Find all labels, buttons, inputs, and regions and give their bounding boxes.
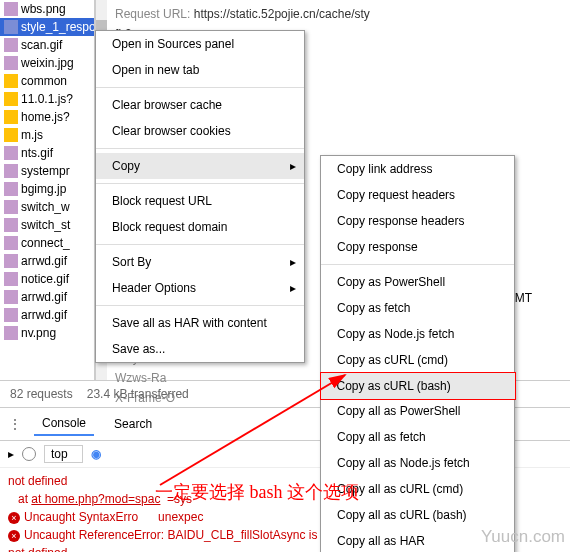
file-item[interactable]: arrwd.gif xyxy=(0,252,94,270)
annotation-text: 一定要选择 bash 这个选项 xyxy=(155,480,359,504)
file-item[interactable]: arrwd.gif xyxy=(0,306,94,324)
menu-copy-all-fetch[interactable]: Copy all as fetch xyxy=(321,424,514,450)
file-type-icon xyxy=(4,20,18,34)
file-type-icon xyxy=(4,290,18,304)
file-type-icon xyxy=(4,200,18,214)
file-item[interactable]: common xyxy=(0,72,94,90)
file-name: arrwd.gif xyxy=(21,290,67,304)
file-item[interactable]: connect_ xyxy=(0,234,94,252)
file-item[interactable]: notice.gif xyxy=(0,270,94,288)
file-item[interactable]: 11.0.1.js? xyxy=(0,90,94,108)
menu-copy-curl-cmd[interactable]: Copy as cURL (cmd) xyxy=(321,347,514,373)
file-type-icon xyxy=(4,110,18,124)
menu-separator xyxy=(96,87,304,88)
requests-count: 82 requests xyxy=(10,387,73,401)
file-type-icon xyxy=(4,236,18,250)
file-item[interactable]: wbs.png xyxy=(0,0,94,18)
menu-block-url[interactable]: Block request URL xyxy=(96,188,304,214)
file-list: wbs.pngstyle_1_responsive.css?fL2scan.gi… xyxy=(0,0,95,380)
file-name: common xyxy=(21,74,67,88)
menu-separator xyxy=(96,244,304,245)
menu-save-as[interactable]: Save as... xyxy=(96,336,304,362)
menu-header-options[interactable]: Header Options xyxy=(96,275,304,301)
file-name: style_1_responsive.css?fL2 xyxy=(21,20,95,34)
file-name: weixin.jpg xyxy=(21,56,74,70)
file-type-icon xyxy=(4,146,18,160)
file-item[interactable]: switch_st xyxy=(0,216,94,234)
file-type-icon xyxy=(4,56,18,70)
menu-copy-link[interactable]: Copy link address xyxy=(321,156,514,182)
menu-open-sources[interactable]: Open in Sources panel xyxy=(96,31,304,57)
file-type-icon xyxy=(4,218,18,232)
menu-copy-resp[interactable]: Copy response xyxy=(321,234,514,260)
file-type-icon xyxy=(4,272,18,286)
menu-separator xyxy=(96,148,304,149)
file-item[interactable]: systempr xyxy=(0,162,94,180)
tab-search[interactable]: Search xyxy=(106,413,160,435)
transferred-size: 23.4 kB transferred xyxy=(87,387,189,401)
watermark: Yuucn.com xyxy=(481,527,565,547)
menu-copy-resp-headers[interactable]: Copy response headers xyxy=(321,208,514,234)
file-type-icon xyxy=(4,326,18,340)
file-name: arrwd.gif xyxy=(21,254,67,268)
menu-copy-node-fetch[interactable]: Copy as Node.js fetch xyxy=(321,321,514,347)
file-item[interactable]: arrwd.gif xyxy=(0,288,94,306)
menu-separator xyxy=(96,305,304,306)
menu-clear-cookies[interactable]: Clear browser cookies xyxy=(96,118,304,144)
more-icon[interactable]: ⋮ xyxy=(8,416,22,432)
error-icon: × xyxy=(8,530,20,542)
file-type-icon xyxy=(4,164,18,178)
expand-icon[interactable]: ▸ xyxy=(8,447,14,461)
menu-copy-fetch[interactable]: Copy as fetch xyxy=(321,295,514,321)
error-icon: × xyxy=(8,512,20,524)
file-name: bgimg.jp xyxy=(21,182,66,196)
file-type-icon xyxy=(4,38,18,52)
file-item[interactable]: weixin.jpg xyxy=(0,54,94,72)
menu-sort-by[interactable]: Sort By xyxy=(96,249,304,275)
file-item[interactable]: bgimg.jp xyxy=(0,180,94,198)
file-type-icon xyxy=(4,2,18,16)
menu-clear-cache[interactable]: Clear browser cache xyxy=(96,92,304,118)
file-name: notice.gif xyxy=(21,272,69,286)
menu-copy-curl-bash[interactable]: Copy as cURL (bash) xyxy=(320,372,516,400)
menu-open-tab[interactable]: Open in new tab xyxy=(96,57,304,83)
menu-block-domain[interactable]: Block request domain xyxy=(96,214,304,240)
file-type-icon xyxy=(4,254,18,268)
context-menu-main: Open in Sources panel Open in new tab Cl… xyxy=(95,30,305,363)
file-item[interactable]: scan.gif xyxy=(0,36,94,54)
file-item[interactable]: home.js? xyxy=(0,108,94,126)
file-item[interactable]: nts.gif xyxy=(0,144,94,162)
menu-copy[interactable]: Copy xyxy=(96,153,304,179)
file-type-icon xyxy=(4,74,18,88)
file-item[interactable]: switch_w xyxy=(0,198,94,216)
menu-separator xyxy=(96,183,304,184)
tab-console[interactable]: Console xyxy=(34,412,94,436)
url-value: https://static.52pojie.cn/cache/sty xyxy=(194,7,370,21)
context-dropdown[interactable]: top xyxy=(44,445,83,463)
menu-copy-all-curl-bash[interactable]: Copy all as cURL (bash) xyxy=(321,502,514,528)
file-name: wbs.png xyxy=(21,2,66,16)
file-type-icon xyxy=(4,92,18,106)
file-name: home.js? xyxy=(21,110,70,124)
file-type-icon xyxy=(4,308,18,322)
file-item[interactable]: m.js xyxy=(0,126,94,144)
menu-save-har[interactable]: Save all as HAR with content xyxy=(96,310,304,336)
file-name: switch_st xyxy=(21,218,70,232)
file-type-icon xyxy=(4,182,18,196)
menu-copy-req-headers[interactable]: Copy request headers xyxy=(321,182,514,208)
file-item[interactable]: nv.png xyxy=(0,324,94,342)
file-name: 11.0.1.js? xyxy=(21,92,73,106)
menu-copy-ps[interactable]: Copy as PowerShell xyxy=(321,269,514,295)
file-name: nv.png xyxy=(21,326,56,340)
file-name: arrwd.gif xyxy=(21,308,67,322)
file-name: switch_w xyxy=(21,200,70,214)
file-name: nts.gif xyxy=(21,146,53,160)
file-item[interactable]: style_1_responsive.css?fL2 xyxy=(0,18,94,36)
menu-copy-all-node[interactable]: Copy all as Node.js fetch xyxy=(321,450,514,476)
wzws-label: Wzws-Ra xyxy=(115,371,166,385)
menu-copy-all-ps[interactable]: Copy all as PowerShell xyxy=(321,398,514,424)
clear-icon[interactable] xyxy=(22,447,36,461)
file-name: scan.gif xyxy=(21,38,62,52)
menu-separator xyxy=(321,264,514,265)
file-type-icon xyxy=(4,128,18,142)
